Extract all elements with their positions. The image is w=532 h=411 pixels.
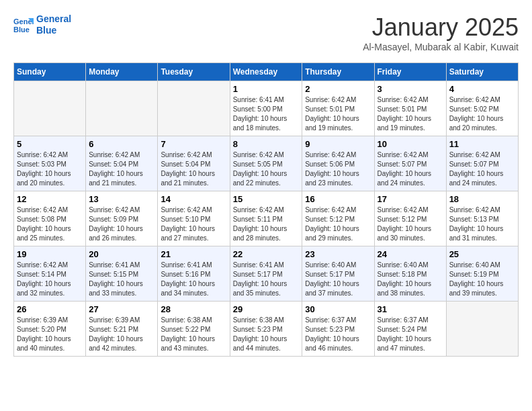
day-number: 10 [378,139,443,149]
calendar-day-cell: 27Sunrise: 6:39 AM Sunset: 5:21 PM Dayli… [86,302,158,357]
calendar-day-cell: 28Sunrise: 6:38 AM Sunset: 5:22 PM Dayli… [158,302,230,357]
weekday-header-wednesday: Wednesday [230,63,302,81]
calendar-day-cell: 25Sunrise: 6:40 AM Sunset: 5:19 PM Dayli… [446,246,518,302]
weekday-header-tuesday: Tuesday [158,63,230,81]
day-number: 17 [378,194,443,204]
day-number: 28 [161,304,226,314]
calendar-day-cell: 9Sunrise: 6:42 AM Sunset: 5:06 PM Daylig… [302,136,374,191]
day-number: 8 [233,139,300,149]
calendar-week-row: 1Sunrise: 6:41 AM Sunset: 5:00 PM Daylig… [14,81,519,136]
logo-line1: General [36,13,71,25]
calendar-week-row: 26Sunrise: 6:39 AM Sunset: 5:20 PM Dayli… [14,302,519,357]
calendar-day-cell: 21Sunrise: 6:41 AM Sunset: 5:16 PM Dayli… [158,246,230,302]
calendar-day-cell: 8Sunrise: 6:42 AM Sunset: 5:05 PM Daylig… [230,136,302,191]
calendar-day-cell: 24Sunrise: 6:40 AM Sunset: 5:18 PM Dayli… [374,246,446,302]
day-info: Sunrise: 6:42 AM Sunset: 5:10 PM Dayligh… [161,205,226,243]
day-info: Sunrise: 6:42 AM Sunset: 5:01 PM Dayligh… [378,95,443,133]
day-info: Sunrise: 6:42 AM Sunset: 5:07 PM Dayligh… [378,150,443,188]
weekday-header-friday: Friday [374,63,446,81]
location-subtitle: Al-Masayel, Mubarak al Kabir, Kuwait [363,42,519,52]
calendar-day-cell [86,81,158,136]
day-info: Sunrise: 6:40 AM Sunset: 5:18 PM Dayligh… [378,261,443,298]
weekday-header-row: SundayMondayTuesdayWednesdayThursdayFrid… [14,63,519,81]
calendar-table: SundayMondayTuesdayWednesdayThursdayFrid… [13,62,519,357]
day-number: 12 [17,194,83,204]
day-number: 11 [449,139,515,149]
day-info: Sunrise: 6:42 AM Sunset: 5:09 PM Dayligh… [89,205,154,243]
calendar-day-cell: 3Sunrise: 6:42 AM Sunset: 5:01 PM Daylig… [374,81,446,136]
calendar-day-cell: 17Sunrise: 6:42 AM Sunset: 5:12 PM Dayli… [374,191,446,246]
day-number: 3 [378,84,443,94]
day-info: Sunrise: 6:38 AM Sunset: 5:23 PM Dayligh… [233,316,300,353]
day-info: Sunrise: 6:42 AM Sunset: 5:05 PM Dayligh… [233,150,300,188]
calendar-day-cell: 26Sunrise: 6:39 AM Sunset: 5:20 PM Dayli… [14,302,86,357]
calendar-day-cell: 16Sunrise: 6:42 AM Sunset: 5:12 PM Dayli… [302,191,374,246]
day-number: 14 [161,194,226,204]
calendar-day-cell: 13Sunrise: 6:42 AM Sunset: 5:09 PM Dayli… [86,191,158,246]
day-number: 15 [233,194,300,204]
calendar-day-cell: 12Sunrise: 6:42 AM Sunset: 5:08 PM Dayli… [14,191,86,246]
day-info: Sunrise: 6:42 AM Sunset: 5:07 PM Dayligh… [449,150,515,188]
day-info: Sunrise: 6:41 AM Sunset: 5:00 PM Dayligh… [233,95,300,133]
calendar-day-cell: 6Sunrise: 6:42 AM Sunset: 5:04 PM Daylig… [86,136,158,191]
day-number: 5 [17,139,83,149]
day-info: Sunrise: 6:42 AM Sunset: 5:11 PM Dayligh… [233,205,300,243]
day-number: 1 [233,84,300,94]
calendar-day-cell: 18Sunrise: 6:42 AM Sunset: 5:13 PM Dayli… [446,191,518,246]
calendar-day-cell: 23Sunrise: 6:40 AM Sunset: 5:17 PM Dayli… [302,246,374,302]
day-info: Sunrise: 6:39 AM Sunset: 5:21 PM Dayligh… [89,316,154,353]
calendar-day-cell [446,302,518,357]
day-number: 25 [449,249,515,259]
day-number: 7 [161,139,226,149]
day-info: Sunrise: 6:42 AM Sunset: 5:06 PM Dayligh… [305,150,371,188]
day-info: Sunrise: 6:42 AM Sunset: 5:04 PM Dayligh… [161,150,226,188]
day-number: 20 [89,249,154,259]
day-info: Sunrise: 6:42 AM Sunset: 5:14 PM Dayligh… [17,261,83,298]
calendar-day-cell: 2Sunrise: 6:42 AM Sunset: 5:01 PM Daylig… [302,81,374,136]
logo-line2: Blue [36,25,71,36]
page-header: General Blue General Blue January 2025 A… [13,13,519,52]
calendar-day-cell: 30Sunrise: 6:37 AM Sunset: 5:23 PM Dayli… [302,302,374,357]
day-number: 16 [305,194,371,204]
day-info: Sunrise: 6:42 AM Sunset: 5:04 PM Dayligh… [89,150,154,188]
calendar-day-cell: 1Sunrise: 6:41 AM Sunset: 5:00 PM Daylig… [230,81,302,136]
day-number: 24 [378,249,443,259]
day-info: Sunrise: 6:42 AM Sunset: 5:12 PM Dayligh… [305,205,371,243]
day-info: Sunrise: 6:41 AM Sunset: 5:16 PM Dayligh… [161,261,226,298]
weekday-header-sunday: Sunday [14,63,86,81]
month-title: January 2025 [363,13,519,42]
day-number: 2 [305,84,371,94]
calendar-week-row: 19Sunrise: 6:42 AM Sunset: 5:14 PM Dayli… [14,246,519,302]
calendar-day-cell: 20Sunrise: 6:41 AM Sunset: 5:15 PM Dayli… [86,246,158,302]
day-number: 13 [89,194,154,204]
calendar-day-cell [14,81,86,136]
calendar-day-cell: 15Sunrise: 6:42 AM Sunset: 5:11 PM Dayli… [230,191,302,246]
day-info: Sunrise: 6:40 AM Sunset: 5:17 PM Dayligh… [305,261,371,298]
calendar-week-row: 12Sunrise: 6:42 AM Sunset: 5:08 PM Dayli… [14,191,519,246]
day-info: Sunrise: 6:38 AM Sunset: 5:22 PM Dayligh… [161,316,226,353]
weekday-header-saturday: Saturday [446,63,518,81]
day-number: 6 [89,139,154,149]
day-info: Sunrise: 6:41 AM Sunset: 5:15 PM Dayligh… [89,261,154,298]
day-number: 27 [89,304,154,314]
calendar-day-cell: 19Sunrise: 6:42 AM Sunset: 5:14 PM Dayli… [14,246,86,302]
calendar-day-cell: 22Sunrise: 6:41 AM Sunset: 5:17 PM Dayli… [230,246,302,302]
calendar-day-cell: 31Sunrise: 6:37 AM Sunset: 5:24 PM Dayli… [374,302,446,357]
logo: General Blue General Blue [13,13,71,36]
day-number: 22 [233,249,300,259]
calendar-day-cell: 7Sunrise: 6:42 AM Sunset: 5:04 PM Daylig… [158,136,230,191]
day-info: Sunrise: 6:42 AM Sunset: 5:01 PM Dayligh… [305,95,371,133]
day-info: Sunrise: 6:37 AM Sunset: 5:23 PM Dayligh… [305,316,371,353]
day-info: Sunrise: 6:41 AM Sunset: 5:17 PM Dayligh… [233,261,300,298]
calendar-day-cell [158,81,230,136]
day-number: 26 [17,304,83,314]
day-number: 21 [161,249,226,259]
day-info: Sunrise: 6:42 AM Sunset: 5:03 PM Dayligh… [17,150,83,188]
calendar-day-cell: 4Sunrise: 6:42 AM Sunset: 5:02 PM Daylig… [446,81,518,136]
title-block: January 2025 Al-Masayel, Mubarak al Kabi… [363,13,519,52]
day-info: Sunrise: 6:37 AM Sunset: 5:24 PM Dayligh… [378,316,443,353]
day-number: 18 [449,194,515,204]
day-number: 23 [305,249,371,259]
logo-icon: General Blue [13,15,34,35]
day-info: Sunrise: 6:39 AM Sunset: 5:20 PM Dayligh… [17,316,83,353]
